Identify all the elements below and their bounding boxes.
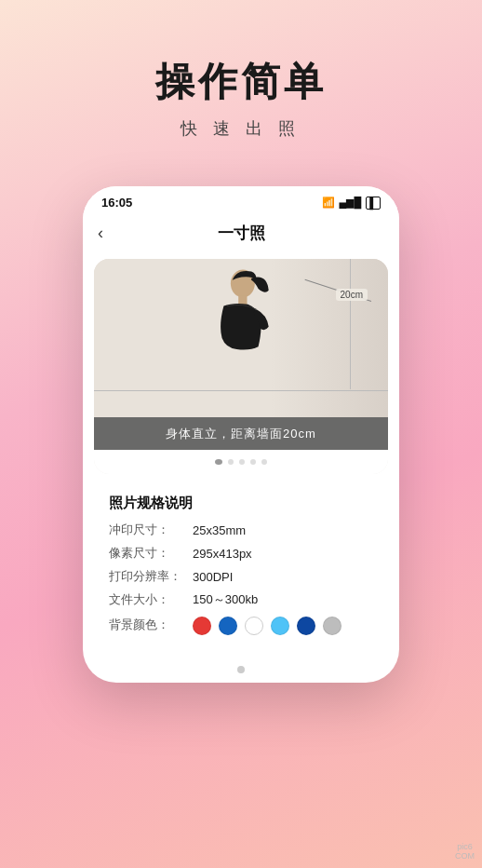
- status-time: 16:05: [101, 196, 132, 210]
- swatch-blue[interactable]: [219, 617, 237, 635]
- hero-section: 操作简单 快 速 出 照: [0, 0, 482, 158]
- watermark: pic6 COM: [455, 842, 475, 861]
- dot-4[interactable]: [250, 459, 256, 465]
- measurement-label: 20cm: [336, 289, 368, 301]
- swatch-dark-blue[interactable]: [297, 617, 315, 635]
- signal-bars: ▄▆█: [340, 197, 362, 209]
- back-button[interactable]: ‹: [98, 224, 103, 243]
- spec-value-print-size: 25x35mm: [193, 523, 246, 537]
- photo-instruction-card: 20cm: [94, 259, 388, 474]
- floor-line: [94, 390, 388, 391]
- color-swatches: [193, 617, 341, 635]
- wall-line: [350, 259, 351, 389]
- dot-2[interactable]: [228, 459, 234, 465]
- spec-value-dpi: 300DPI: [193, 570, 233, 584]
- spec-row-print-size: 冲印尺寸： 25x35mm: [109, 522, 373, 538]
- bottom-home-indicator: [237, 666, 245, 673]
- specs-section: 照片规格说明 冲印尺寸： 25x35mm 像素尺寸： 295x413px 打印分…: [94, 481, 388, 655]
- spec-label-pixel-size: 像素尺寸：: [109, 545, 193, 562]
- spec-row-dpi: 打印分辨率： 300DPI: [109, 568, 373, 585]
- spec-label-filesize: 文件大小：: [109, 591, 193, 608]
- swatch-gray[interactable]: [323, 617, 341, 635]
- spec-value-pixel-size: 295x413px: [193, 547, 252, 561]
- person-figure: [185, 264, 297, 389]
- watermark-com: COM: [455, 851, 475, 861]
- instruction-banner: 身体直立，距离墙面20cm: [94, 417, 388, 450]
- phone-mockup: 16:05 📶 ▄▆█ ▌ ‹ 一寸照 20cm: [83, 186, 399, 683]
- swatch-red[interactable]: [193, 617, 211, 635]
- spec-value-filesize: 150～300kb: [193, 591, 258, 608]
- nav-bar: ‹ 一寸照: [83, 215, 399, 251]
- hero-subtitle: 快 速 出 照: [181, 117, 301, 140]
- spec-row-bgcolor: 背景颜色：: [109, 615, 373, 635]
- battery-icon: ▌: [366, 197, 381, 210]
- spec-label-dpi: 打印分辨率：: [109, 568, 193, 585]
- spec-label-bgcolor: 背景颜色：: [109, 617, 193, 633]
- wifi-icon: 📶: [322, 197, 335, 209]
- spec-row-pixel-size: 像素尺寸： 295x413px: [109, 545, 373, 562]
- instruction-text: 身体直立，距离墙面20cm: [166, 427, 316, 441]
- status-icons: 📶 ▄▆█ ▌: [322, 197, 381, 210]
- hero-title: 操作简单: [155, 56, 327, 108]
- nav-title: 一寸照: [218, 223, 265, 244]
- dots-indicator: [94, 450, 388, 474]
- swatch-light-blue[interactable]: [271, 617, 289, 635]
- watermark-pic6: pic6: [457, 842, 473, 851]
- spec-label-print-size: 冲印尺寸：: [109, 522, 193, 538]
- dot-3[interactable]: [239, 459, 245, 465]
- swatch-white[interactable]: [245, 617, 263, 635]
- measurement-area: 20cm: [336, 285, 368, 302]
- dot-5[interactable]: [261, 459, 267, 465]
- dot-1[interactable]: [215, 459, 222, 465]
- spec-row-filesize: 文件大小： 150～300kb: [109, 591, 373, 608]
- status-bar: 16:05 📶 ▄▆█ ▌: [83, 186, 399, 215]
- specs-title: 照片规格说明: [109, 495, 373, 512]
- photo-preview: 20cm: [94, 259, 388, 417]
